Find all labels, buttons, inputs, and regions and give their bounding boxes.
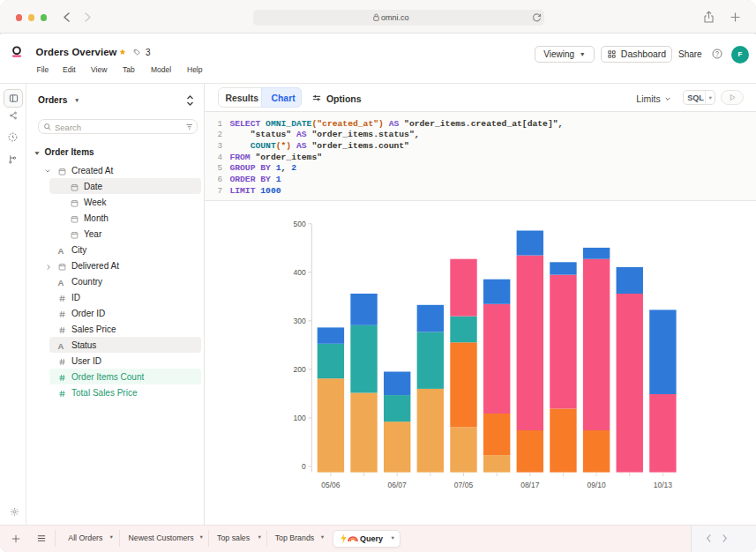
svg-text:100: 100 (294, 414, 306, 422)
svg-text:09/10: 09/10 (587, 481, 606, 489)
svg-text:10/13: 10/13 (654, 481, 673, 489)
svg-text:300: 300 (294, 317, 306, 325)
svg-text:05/06: 05/06 (321, 481, 341, 489)
svg-text:07/05: 07/05 (454, 481, 474, 489)
svg-text:0: 0 (302, 462, 306, 471)
svg-text:08/17: 08/17 (520, 481, 540, 489)
svg-text:400: 400 (294, 268, 306, 277)
svg-text:200: 200 (294, 365, 306, 374)
svg-text:500: 500 (294, 220, 306, 228)
svg-text:06/07: 06/07 (388, 481, 408, 489)
